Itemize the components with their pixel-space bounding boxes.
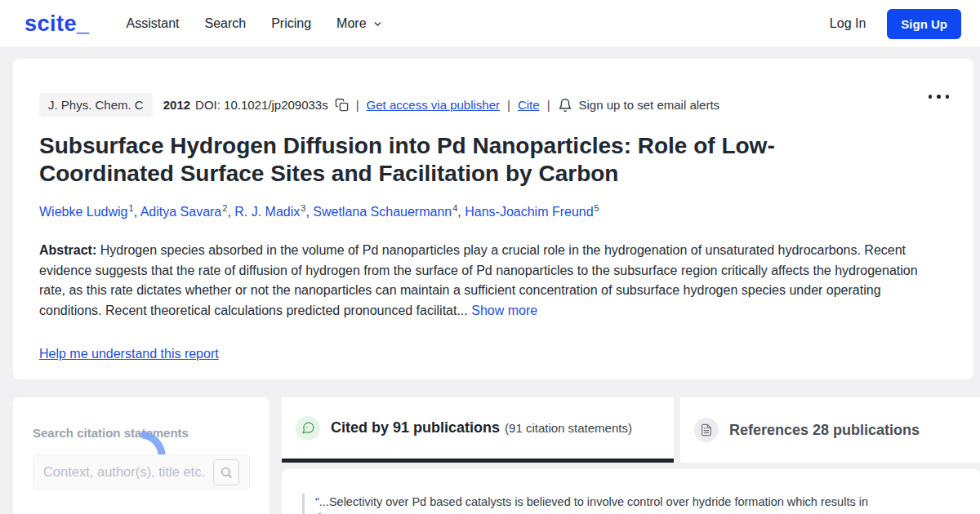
citation-search-input[interactable]: Context, author(s), title etc. (33, 454, 250, 490)
author-link[interactable]: R. J. Madix (234, 205, 300, 219)
more-options-button[interactable] (925, 91, 953, 102)
nav-item-assistant[interactable]: Assistant (127, 16, 180, 31)
author-link[interactable]: Wiebke Ludwig (39, 205, 128, 219)
citation-search-panel: Search citation statements Context, auth… (13, 397, 270, 514)
ellipsis-dot (937, 95, 941, 99)
meta-separator: | (547, 98, 550, 112)
author-link[interactable]: Swetlana Schauermann (313, 205, 452, 219)
meta-separator: | (356, 98, 359, 112)
nav-item-pricing[interactable]: Pricing (271, 16, 311, 31)
citation-statement-quote: “...Selectivity over Pd based catalysts … (302, 494, 874, 514)
author: Hans-Joachim Freund5 (465, 205, 599, 219)
svg-text:”: ” (305, 425, 308, 432)
log-in-link[interactable]: Log In (830, 16, 866, 31)
author-link[interactable]: Aditya Savara (140, 205, 222, 219)
paper-meta-row: J. Phys. Chem. C 2012 DOI: 10.1021/jp209… (39, 93, 875, 117)
authors-list: Wiebke Ludwig1, Aditya Savara2, R. J. Ma… (39, 203, 599, 219)
citation-statements-panel: “...Selectivity over Pd based catalysts … (282, 469, 980, 514)
doi-text: DOI: 10.1021/jp209033s (195, 98, 328, 112)
paper-summary-card: J. Phys. Chem. C 2012 DOI: 10.1021/jp209… (13, 59, 973, 379)
references-label: References 28 publications (729, 422, 920, 439)
scite-logo[interactable]: scite_ (24, 11, 90, 37)
nav-item-search[interactable]: Search (204, 16, 246, 31)
top-navigation-bar: scite_ Assistant Search Pricing More Log… (0, 0, 980, 48)
publication-year: 2012 (163, 98, 190, 112)
paper-title: Subsurface Hydrogen Diffusion into Pd Na… (39, 132, 864, 188)
get-access-link[interactable]: Get access via publisher (367, 98, 500, 112)
sign-up-button[interactable]: Sign Up (887, 9, 961, 39)
cite-link[interactable]: Cite (518, 98, 540, 112)
author: Aditya Savara2, (140, 205, 235, 219)
bell-icon (558, 98, 572, 113)
nav-item-more[interactable]: More (336, 16, 382, 31)
show-more-link[interactable]: Show more (471, 304, 537, 317)
cited-by-sublabel: (91 citation statements) (505, 421, 632, 435)
document-icon (694, 418, 719, 442)
author: R. J. Madix3, (234, 205, 313, 219)
abstract-paragraph: Abstract: Hydrogen species absorbed in t… (39, 241, 942, 321)
main-nav: Assistant Search Pricing More (127, 16, 383, 31)
ellipsis-dot (946, 95, 950, 99)
author-separator: , (457, 205, 465, 219)
email-alerts-link[interactable]: Sign up to set email alerts (579, 98, 720, 112)
search-icon (220, 466, 233, 479)
author-separator: , (227, 205, 234, 219)
search-submit-button[interactable] (213, 459, 239, 485)
header-actions: Log In Sign Up (830, 9, 961, 39)
chevron-down-icon (372, 19, 383, 29)
author: Wiebke Ludwig1, (39, 205, 140, 219)
search-input-placeholder: Context, author(s), title etc. (43, 464, 205, 480)
tab-references[interactable]: References 28 publications (680, 397, 980, 463)
author-affiliation-sup: 5 (595, 203, 599, 213)
ellipsis-dot (929, 95, 933, 99)
cited-by-label: Cited by 91 publications (331, 419, 500, 436)
author: Swetlana Schauermann4, (313, 205, 465, 219)
abstract-label: Abstract: (39, 243, 96, 257)
copy-doi-button[interactable] (335, 98, 349, 112)
citation-quote-icon: ” (296, 416, 320, 441)
tab-cited-by[interactable]: ” Cited by 91 publications (91 citation … (282, 397, 674, 463)
journal-badge[interactable]: J. Phys. Chem. C (39, 93, 153, 117)
meta-separator: | (507, 98, 510, 112)
author-link[interactable]: Hans-Joachim Freund (465, 205, 593, 219)
help-understand-report-link[interactable]: Help me understand this report (39, 347, 219, 361)
author-separator: , (305, 205, 313, 219)
nav-more-label: More (336, 16, 366, 31)
author-separator: , (134, 205, 140, 219)
copy-icon (335, 98, 349, 112)
